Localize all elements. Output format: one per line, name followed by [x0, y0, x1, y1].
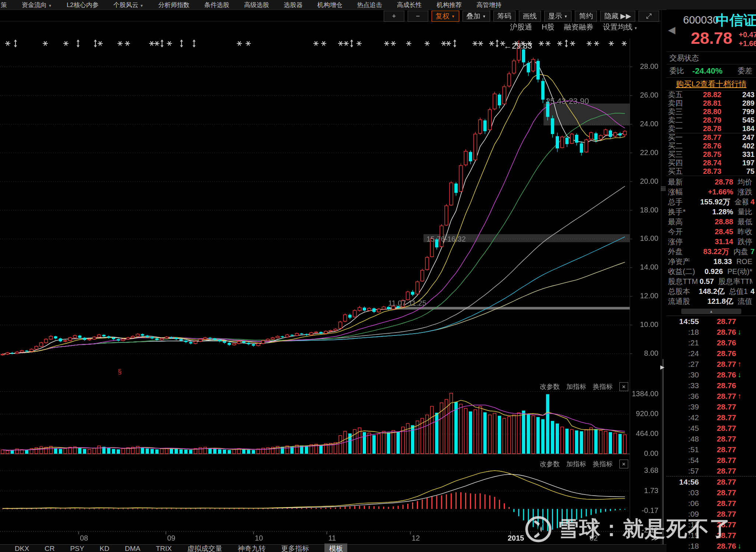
bid-price: 28.74	[687, 159, 721, 167]
menu-item-10[interactable]: 高成长性	[397, 1, 422, 9]
menu-item-3[interactable]: 个股风云▼	[113, 1, 144, 9]
ask-price: 28.81	[687, 99, 721, 108]
stat-row: 总股本148.2亿总值1*4	[667, 286, 756, 296]
tab-TRIX[interactable]: TRIX	[156, 545, 172, 552]
toolbar-button-9[interactable]: ⤢	[639, 11, 659, 22]
stat-label-right: 金额	[735, 197, 748, 207]
menu-item-4[interactable]: 分析师指数	[158, 1, 190, 9]
collapse-panel-icon[interactable]: ▶	[660, 364, 665, 370]
menu-item-12[interactable]: 高管增持	[477, 1, 502, 9]
toolbar-button-1[interactable]: −	[408, 11, 428, 22]
price-axis-label: 14.00	[629, 263, 658, 271]
toolbar-button-6[interactable]: 显示▼	[544, 11, 572, 22]
stat-label: 总股本	[668, 286, 699, 296]
tab-PSY[interactable]: PSY	[70, 545, 84, 552]
menu-item-2[interactable]: L2核心内参	[67, 1, 99, 9]
toolbar-button-label: 简约	[579, 11, 593, 21]
toolbar-button-label: ⤢	[646, 12, 651, 20]
chart-link-3[interactable]: 设置均线▼	[603, 22, 637, 32]
chart-link-2[interactable]: 融资融券	[564, 22, 593, 32]
menu-item-7[interactable]: 选股器	[284, 1, 303, 9]
menu-item-6[interactable]: 高级选股	[244, 1, 269, 9]
toolbar-button-8[interactable]: 隐藏 ▶▶	[600, 11, 635, 22]
tick-time: :39	[670, 402, 699, 411]
tab-CR[interactable]: CR	[45, 545, 54, 552]
menu-item-11[interactable]: 机构推荐	[437, 1, 462, 9]
tick-price: 28.76	[699, 349, 736, 358]
menu-item-9[interactable]: 热点追击	[357, 1, 382, 9]
tab-DMA[interactable]: DMA	[125, 545, 140, 552]
time-axis-label: 09	[167, 534, 175, 542]
tick-row: :5428.77	[667, 455, 756, 465]
chart-link-1[interactable]: H股	[542, 22, 554, 32]
pane-control-0[interactable]: 改参数	[540, 382, 560, 391]
bid-row: 买一28.77247	[667, 133, 756, 142]
toolbar-button-3[interactable]: 叠加▼	[463, 11, 490, 22]
toolbar-button-0[interactable]: +	[384, 11, 404, 22]
tab-神奇九转[interactable]: 神奇九转	[238, 544, 266, 552]
last-price: 28.78	[691, 29, 732, 48]
tab-模板[interactable]: 模板	[324, 544, 347, 552]
stat-row: 净资产18.33ROE	[667, 257, 756, 267]
buy-l2-link[interactable]: 购买L2查看十档行情	[676, 79, 746, 89]
tab-虚拟成交量[interactable]: 虚拟成交量	[187, 544, 222, 552]
back-icon[interactable]: ◀	[668, 24, 675, 36]
toolbar-button-label: 叠加	[467, 11, 481, 21]
toolbar-button-label: +	[392, 12, 396, 20]
toolbar-button-7[interactable]: 简约	[575, 11, 597, 22]
bid-volume: 75	[731, 167, 755, 176]
toolbar-button-5[interactable]: 画线	[519, 11, 541, 22]
toolbar-button-4[interactable]: 筹码	[493, 11, 516, 22]
pane-control-2[interactable]: 换指标	[593, 382, 613, 391]
tick-row: 14:5528.77	[667, 316, 756, 327]
stat-value: 83.22万	[703, 247, 729, 257]
pane-control-0[interactable]: 改参数	[540, 460, 560, 468]
close-icon[interactable]: ✕	[619, 382, 628, 391]
chart-link-0[interactable]: 沪股通	[510, 22, 532, 32]
tab-更多指标[interactable]: 更多指标	[281, 544, 309, 552]
stat-row: 外盘83.22万内盘7	[667, 247, 756, 257]
tab-DKX[interactable]: DKX	[15, 545, 29, 552]
stat-value: 1.28%	[703, 208, 733, 216]
tick-price: 28.77	[699, 445, 736, 454]
tick-row: :5728.77	[667, 465, 756, 476]
quote-panel: ◀ 600030 中信证券 28.78 +0.47 +1.66% 交易状态 委比…	[667, 10, 756, 552]
close-icon[interactable]: ✕	[619, 460, 628, 468]
drag-handle-icon[interactable]: ⣿⣿	[660, 186, 665, 191]
time-axis-label: 2015	[508, 534, 524, 542]
menu-item-5[interactable]: 条件选股	[204, 1, 229, 9]
stat-value: 28.78	[703, 178, 733, 186]
time-axis-label: 12	[412, 534, 420, 542]
tick-price: 28.77	[699, 413, 736, 422]
ask-row: 卖四28.81289	[667, 99, 756, 108]
indicator-tabbar: DKXCRPSYKDDMATRIX虚拟成交量神奇九转更多指标模板	[0, 544, 676, 552]
toolbar-button-label: 显示	[548, 11, 562, 21]
tick-price: 28.77	[699, 478, 736, 486]
stat-label: 总手	[668, 197, 700, 207]
tab-KD[interactable]: KD	[100, 545, 109, 552]
chart-overlay-links: 沪股通H股融资融券设置均线▼	[510, 22, 659, 32]
order-book: 卖五28.82243卖四28.81289卖三28.80799卖二28.79545…	[667, 90, 756, 176]
toolbar-button-2[interactable]: 复权▼	[432, 11, 459, 22]
stock-name: 中信证券	[715, 11, 756, 30]
stat-row: 收益(二)0.926PE(动)*	[667, 267, 756, 277]
menu-item-0[interactable]: 策	[1, 1, 7, 9]
xueqiu-logo-icon	[524, 515, 552, 543]
stat-value-right: 7	[750, 247, 755, 256]
pane-control-1[interactable]: 加指标	[566, 382, 586, 391]
bid-row: 买三28.75331	[667, 150, 756, 159]
bid-volume: 402	[731, 142, 755, 150]
pane-control-1[interactable]: 加指标	[566, 460, 586, 468]
price-axis-label: 10.00	[629, 320, 658, 329]
time-axis-label: 10	[255, 534, 263, 542]
tick-price: 28.76	[699, 381, 736, 390]
menu-item-1[interactable]: 资金流向▼	[22, 1, 52, 9]
stock-stats: 最新28.78均价涨幅+1.66%涨跌总手155.92万金额4换手*1.28%量…	[667, 176, 756, 306]
stat-row: 涨停31.14跌停	[667, 237, 756, 247]
menu-item-8[interactable]: 机构增仓	[317, 1, 342, 9]
price-axis-label: 12.00	[629, 292, 658, 300]
collapse-stats-button[interactable]: ▲	[681, 309, 741, 314]
tick-price: 28.77	[699, 317, 736, 326]
stat-value: 148.2亿	[699, 286, 724, 296]
pane-control-2[interactable]: 换指标	[593, 460, 613, 468]
